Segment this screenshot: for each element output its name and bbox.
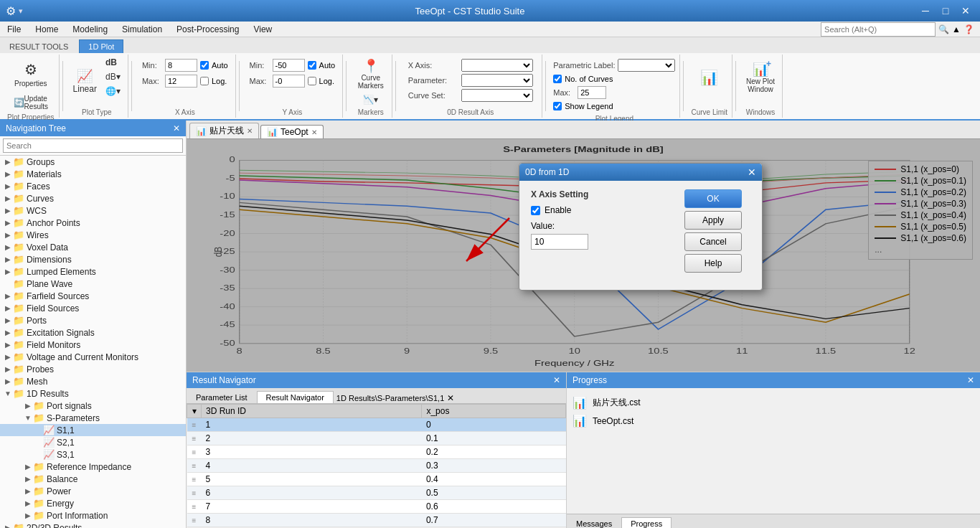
col-x-pos[interactable]: x_pos [422,405,566,418]
globe-button[interactable]: 🌐▾ [103,85,123,98]
x-min-input[interactable] [165,59,197,72]
curve-markers-button[interactable]: 📍 CurveMarkers [355,56,387,92]
minimize-button[interactable]: ─ [917,4,934,18]
markers-dropdown[interactable]: 📉▾ [360,93,381,106]
y-max-input[interactable] [273,75,305,88]
parametric-label-select[interactable] [618,59,675,72]
tab-close-patch[interactable]: ✕ [247,127,253,135]
tree-item-ports[interactable]: ▶ 📁 Ports [0,314,186,326]
linear-button[interactable]: 📈 Linear [70,56,100,106]
search-input[interactable] [821,22,936,37]
table-row[interactable]: ≡ 2 0.1 [187,432,566,446]
tree-item-groups[interactable]: ▶ 📁 Groups [0,156,186,168]
plot-tab-teeopt[interactable]: 📊 TeeOpt ✕ [260,125,324,138]
tree-item-2d_3d_results[interactable]: ▶ 📁 2D/3D Results [0,522,186,528]
nav-tree-close[interactable]: ✕ [173,123,180,133]
tree-item-s31[interactable]: 📈 S3,1 [0,448,186,461]
progress-item-2[interactable]: 📊 TeeOpt.cst [573,412,974,430]
modal-enable-checkbox[interactable] [531,206,540,215]
help-up-icon[interactable]: ▲ [952,24,961,34]
tree-item-lumped_elements[interactable]: ▶ 📁 Lumped Elements [0,265,186,278]
max-curves-input[interactable] [578,86,606,99]
rn-tab-param-list[interactable]: Parameter List [187,391,257,403]
menu-view[interactable]: View [246,23,279,36]
db-dropdown[interactable]: dB▾ [103,70,123,83]
tree-item-materials[interactable]: ▶ 📁 Materials [0,168,186,180]
help-icon[interactable]: ❓ [963,24,974,34]
menu-simulation[interactable]: Simulation [115,23,169,36]
tab-close-teeopt[interactable]: ✕ [311,128,317,136]
tree-item-field_sources[interactable]: ▶ 📁 Field Sources [0,302,186,314]
tree-item-balance[interactable]: ▶ 📁 Balance [0,473,186,485]
table-row[interactable]: ≡ 3 0.2 [187,446,566,459]
rn-tab-result-nav[interactable]: Result Navigator [257,391,334,403]
curve-set-select[interactable] [461,89,533,102]
tree-item-port_information[interactable]: ▶ 📁 Port Information [0,509,186,522]
progress-item-1[interactable]: 📊 贴片天线.cst [573,394,974,412]
y-auto-checkbox[interactable] [308,61,316,70]
tree-item-s21[interactable]: 📈 S2,1 [0,436,186,448]
show-legend-checkbox[interactable] [553,102,562,110]
new-plot-window-button[interactable]: 📊 + New PlotWindow [743,56,778,99]
tree-item-reference_impedance[interactable]: ▶ 📁 Reference Impedance [0,461,186,473]
tree-item-voltage_current[interactable]: ▶ 📁 Voltage and Current Monitors [0,351,186,363]
plot-tab-patch-antenna[interactable]: 📊 贴片天线 ✕ [189,123,259,138]
tree-item-s_parameters[interactable]: ▼ 📁 S-Parameters [0,412,186,424]
tree-item-energy[interactable]: ▶ 📁 Energy [0,497,186,509]
x-auto-checkbox[interactable] [200,61,209,70]
close-button[interactable]: ✕ [957,4,974,18]
modal-close-button[interactable]: ✕ [748,166,756,178]
x-max-input[interactable] [165,75,197,88]
maximize-button[interactable]: □ [937,4,954,18]
nav-search-input[interactable] [3,138,183,153]
tree-item-probes[interactable]: ▶ 📁 Probes [0,363,186,375]
menu-post-processing[interactable]: Post-Processing [169,23,246,36]
pb-tab-progress[interactable]: Progress [621,517,672,528]
tree-item-1d_results[interactable]: ▼ 📁 1D Results [0,387,186,400]
menu-file[interactable]: File [0,23,28,36]
ribbon-tab-1d-plot[interactable]: 1D Plot [79,39,123,53]
tree-item-port_signals[interactable]: ▶ 📁 Port signals [0,400,186,412]
y-log-checkbox[interactable] [308,77,316,85]
menu-modeling[interactable]: Modeling [65,23,115,36]
modal-apply-button[interactable]: Apply [684,211,742,230]
parameter-select[interactable] [461,74,533,87]
progress-close[interactable]: ✕ [967,375,974,385]
x-log-checkbox[interactable] [200,77,209,85]
tree-item-farfield_sources[interactable]: ▶ 📁 Farfield Sources [0,290,186,302]
tree-item-wires[interactable]: ▶ 📁 Wires [0,229,186,241]
y-min-input[interactable] [273,59,305,72]
table-row[interactable]: ≡ 8 0.7 [187,514,566,527]
tree-item-excitation_signals[interactable]: ▶ 📁 Excitation Signals [0,326,186,339]
nav-tree[interactable]: ▶ 📁 Groups ▶ 📁 Materials ▶ 📁 Faces ▶ 📁 C… [0,156,186,528]
update-results-button[interactable]: 🔄 UpdateResults [11,93,51,112]
x-axis-select[interactable] [461,59,533,72]
tree-item-field_monitors[interactable]: ▶ 📁 Field Monitors [0,339,186,351]
modal-help-button[interactable]: Help [684,254,742,273]
tree-item-faces[interactable]: ▶ 📁 Faces [0,180,186,192]
table-row[interactable]: ≡ 6 0.5 [187,486,566,500]
rn-close[interactable]: ✕ [553,375,560,385]
tree-item-s11[interactable]: 📈 S1,1 [0,424,186,436]
tree-item-curves[interactable]: ▶ 📁 Curves [0,192,186,204]
no-of-curves-checkbox[interactable] [553,75,562,83]
pb-tab-messages[interactable]: Messages [567,517,621,528]
table-row[interactable]: ≡ 5 0.4 [187,473,566,486]
menu-home[interactable]: Home [28,23,65,36]
tree-item-dimensions[interactable]: ▶ 📁 Dimensions [0,253,186,265]
tree-item-plane_wave[interactable]: 📁 Plane Wave [0,278,186,290]
table-row[interactable]: ≡ 7 0.6 [187,500,566,514]
tree-item-voxel_data[interactable]: ▶ 📁 Voxel Data [0,241,186,253]
modal-cancel-button[interactable]: Cancel [684,232,742,251]
db-button[interactable]: dB [103,56,123,69]
table-row[interactable]: ≡ 1 0 [187,418,566,432]
modal-value-input[interactable] [531,234,588,250]
col-run-id[interactable]: 3D Run ID [202,405,422,418]
tree-item-mesh[interactable]: ▶ 📁 Mesh [0,375,186,387]
rn-tab-close[interactable]: ✕ [447,393,454,403]
properties-button[interactable]: ⚙ Properties [11,56,50,92]
tree-item-power[interactable]: ▶ 📁 Power [0,485,186,497]
search-icon[interactable]: 🔍 [938,24,949,34]
col-filter[interactable]: ▾ [187,405,202,418]
table-row[interactable]: ≡ 4 0.3 [187,459,566,473]
